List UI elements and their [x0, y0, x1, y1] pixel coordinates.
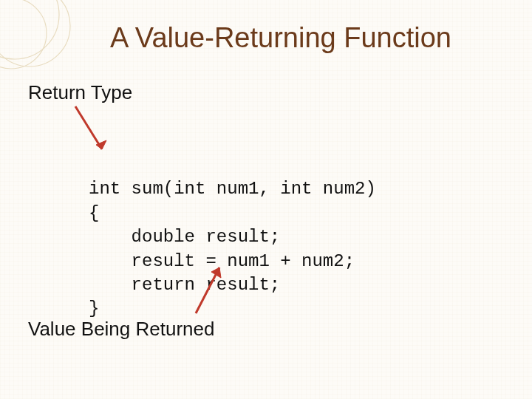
- code-line-1: int sum(int num1, int num2): [89, 179, 376, 199]
- slide-container: A Value-Returning Function Return Type i…: [0, 0, 532, 399]
- label-return-type: Return Type: [28, 81, 132, 104]
- label-value-returned: Value Being Returned: [28, 318, 214, 341]
- code-line-3: double result;: [89, 227, 280, 247]
- svg-marker-4: [96, 140, 106, 149]
- code-line-6: }: [89, 299, 99, 318]
- code-line-2: {: [89, 203, 99, 223]
- code-line-5: return result;: [89, 275, 280, 295]
- code-block: int sum(int num1, int num2) { double res…: [89, 154, 376, 345]
- code-line-4: result = num1 + num2;: [89, 251, 355, 271]
- slide-title: A Value-Returning Function: [59, 22, 502, 54]
- svg-line-3: [75, 106, 102, 149]
